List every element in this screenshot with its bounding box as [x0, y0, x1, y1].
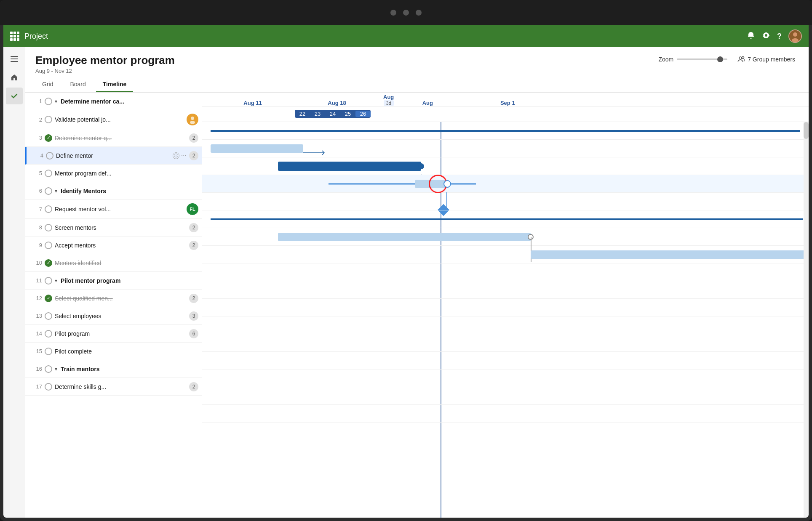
table-row[interactable]: 2 Validate potential jo...	[25, 110, 202, 129]
timeline-area: Aug 11 Aug 18 Aug 3d Aug Sep 1	[202, 93, 809, 518]
table-row[interactable]: 15 Pilot complete	[25, 343, 202, 360]
task-status-circle-done[interactable]: ✓	[45, 295, 52, 302]
task-name: Pilot complete	[55, 348, 198, 355]
task-status-circle[interactable]	[45, 348, 52, 355]
device-dot-1	[390, 10, 396, 16]
task-status-circle[interactable]	[45, 224, 52, 231]
table-row[interactable]: 4 Define mentor ⓘ ··· 2	[25, 147, 202, 165]
svg-point-7	[742, 57, 744, 59]
task-name: Mentors identified	[55, 260, 198, 266]
collapse-arrow-icon[interactable]: ▾	[55, 188, 57, 194]
collapse-arrow-icon[interactable]: ▾	[55, 366, 57, 372]
timeline-spacer	[202, 110, 295, 118]
more-options-icon[interactable]: ···	[181, 152, 187, 159]
task-number: 15	[30, 348, 42, 354]
sidebar-home-button[interactable]	[6, 69, 23, 86]
timeline-scrollbar-thumb[interactable]	[804, 122, 809, 139]
collapse-arrow-icon[interactable]: ▾	[55, 278, 57, 284]
table-row[interactable]: 1 ▾ Determine mentor ca...	[25, 93, 202, 110]
zoom-slider[interactable]	[677, 58, 727, 60]
table-row[interactable]: 12 ✓ Select qualified men... 2	[25, 290, 202, 307]
task-status-circle[interactable]	[45, 170, 52, 177]
collapse-arrow-icon[interactable]: ▾	[55, 98, 57, 104]
help-icon[interactable]: ?	[777, 32, 782, 41]
settings-icon[interactable]	[762, 31, 770, 42]
task-name: Define mentor	[56, 152, 170, 159]
waffle-menu-button[interactable]	[10, 32, 19, 41]
gantt-bar-row-4	[202, 175, 809, 193]
task-badge: 6	[189, 329, 198, 338]
task-name: Select employees	[55, 313, 187, 319]
gantt-bar-row-14	[202, 352, 809, 369]
table-row[interactable]: 6 ▾ Identify Mentors	[25, 182, 202, 200]
project-header: Employee mentor program Aug 9 - Nov 12 Z…	[25, 47, 809, 93]
project-title: Employee mentor program	[35, 54, 175, 67]
task-status-circle-done[interactable]: ✓	[45, 134, 52, 142]
task-status-circle[interactable]	[45, 116, 52, 123]
task-list: 1 ▾ Determine mentor ca... 2 Validate po…	[25, 93, 202, 518]
notifications-icon[interactable]	[747, 31, 755, 42]
task-status-circle[interactable]	[45, 330, 52, 338]
device-dot-2	[403, 10, 409, 16]
zoom-thumb[interactable]	[717, 56, 723, 62]
sidebar-check-button[interactable]	[6, 88, 23, 104]
task-status-circle[interactable]	[46, 152, 53, 159]
table-row[interactable]: 10 ✓ Mentors identified	[25, 254, 202, 272]
gantt-bar-3-dark	[278, 162, 421, 171]
task-status-circle[interactable]	[45, 365, 52, 373]
task-name: Determine mentor q...	[55, 135, 187, 141]
resize-handle[interactable]	[443, 180, 451, 188]
task-status-circle[interactable]	[45, 98, 52, 105]
task-status-circle[interactable]	[45, 312, 52, 320]
task-status-circle-done[interactable]: ✓	[45, 259, 52, 267]
svg-rect-4	[11, 58, 18, 59]
task-number: 16	[30, 366, 42, 372]
project-top: Employee mentor program Aug 9 - Nov 12 Z…	[35, 54, 799, 74]
table-row[interactable]: 11 ▾ Pilot mentor program	[25, 272, 202, 290]
table-row[interactable]: 3 ✓ Determine mentor q... 2	[25, 129, 202, 147]
task-name: Determine mentor ca...	[61, 98, 198, 105]
task-status-circle[interactable]	[45, 242, 52, 249]
task-status-circle[interactable]	[45, 187, 52, 195]
gantt-bar-8-light	[531, 250, 809, 259]
task-number: 5	[30, 170, 42, 176]
svg-rect-5	[11, 61, 18, 62]
table-row[interactable]: 17 Determine skills g... 2	[25, 378, 202, 396]
task-name: Accept mentors	[55, 242, 187, 249]
table-row[interactable]: 9 Accept mentors 2	[25, 237, 202, 254]
table-row[interactable]: 14 Pilot program 6	[25, 325, 202, 343]
group-members-button[interactable]: 7 Group members	[734, 54, 799, 65]
sidebar-menu-button[interactable]	[6, 51, 23, 67]
gantt-bar-row-11	[202, 299, 809, 316]
timeline-day-25: 25	[340, 111, 355, 117]
task-name: Request mentor vol...	[55, 206, 184, 213]
tab-timeline[interactable]: Timeline	[96, 77, 134, 92]
gantt-bar-row-17	[202, 405, 809, 423]
tab-grid[interactable]: Grid	[35, 77, 60, 92]
task-status-circle[interactable]	[45, 205, 52, 213]
sidebar-icons	[3, 47, 25, 518]
device-frame: Project ?	[0, 0, 812, 521]
timeline-month-aug18: Aug 18	[295, 100, 379, 106]
project-dates: Aug 9 - Nov 12	[35, 68, 175, 74]
gantt-bar-row-9	[202, 263, 809, 281]
task-number: 8	[30, 224, 42, 231]
timeline-scrollbar[interactable]	[804, 122, 809, 518]
table-row[interactable]: 13 Select employees 3	[25, 307, 202, 325]
gantt-bar-row-2	[202, 140, 809, 157]
table-row[interactable]: 7 Request mentor vol... FL	[25, 200, 202, 219]
task-badge: 2	[189, 241, 198, 250]
table-row[interactable]: 16 ▾ Train mentors	[25, 360, 202, 378]
svg-point-1	[793, 32, 797, 37]
user-avatar[interactable]	[788, 29, 802, 43]
table-row[interactable]: 8 Screen mentors 2	[25, 219, 202, 237]
timeline-aug-right: Aug	[402, 100, 453, 106]
tab-board[interactable]: Board	[63, 77, 92, 92]
task-status-circle[interactable]	[45, 277, 52, 284]
task-number: 10	[30, 260, 42, 266]
nav-right: ?	[747, 29, 802, 43]
info-icon[interactable]: ⓘ	[173, 152, 179, 159]
task-number: 2	[30, 117, 42, 123]
task-status-circle[interactable]	[45, 383, 52, 391]
table-row[interactable]: 5 Mentor program def...	[25, 165, 202, 182]
